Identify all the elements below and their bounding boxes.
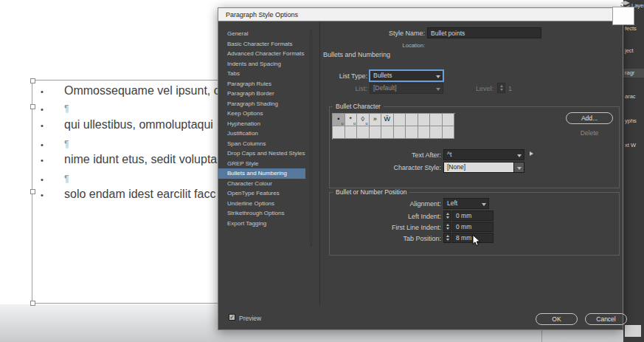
sidebar-item-tabs[interactable]: Tabs <box>218 69 305 79</box>
bullet-glyph: • <box>41 140 44 149</box>
first-line-indent-stepper[interactable] <box>443 222 451 232</box>
location-label: Location: <box>366 42 425 49</box>
bullet-glyph-cell[interactable]: » <box>370 114 382 126</box>
character-style-dropdown[interactable]: [None] <box>443 162 524 173</box>
left-indent-stepper[interactable] <box>443 211 451 221</box>
dropdown-arrow-segment[interactable] <box>513 163 524 172</box>
panel-title: Bullets and Numbering <box>323 51 390 58</box>
sidebar-item-grep-style[interactable]: GREP Style <box>218 159 305 169</box>
sidebar-item-keep-options[interactable]: Keep Options <box>218 109 305 119</box>
sidebar-item-paragraph-shading[interactable]: Paragraph Shading <box>218 99 305 109</box>
bullet-glyph-cell-empty[interactable] <box>443 126 455 139</box>
bullet-glyph-cell-empty[interactable] <box>406 126 418 139</box>
add-button[interactable]: Add... <box>566 112 613 124</box>
level-label: Level: <box>458 85 494 92</box>
sidebar-item-paragraph-rules[interactable]: Paragraph Rules <box>218 79 305 89</box>
delete-button: Delete <box>566 127 613 139</box>
doc-line: • ¶ <box>32 102 218 117</box>
bullet-glyph-cell-empty[interactable] <box>345 126 358 139</box>
level-stepper <box>497 83 505 93</box>
paragraph-style-options-dialog: Paragraph Style Options General Basic Ch… <box>218 7 623 330</box>
cancel-button[interactable]: Cancel <box>585 313 627 325</box>
alignment-dropdown[interactable]: Left <box>443 198 489 209</box>
sidebar-item-basic-character-formats[interactable]: Basic Character Formats <box>218 39 305 49</box>
preview-label: Preview <box>239 315 261 322</box>
sidebar-item-bullets-and-numbering[interactable]: Bullets and Numbering <box>218 168 305 179</box>
sidebar-scrollbar[interactable] <box>310 30 312 246</box>
list-dropdown: [Default] <box>370 83 443 94</box>
bullet-glyph-cell-empty[interactable] <box>394 126 406 139</box>
bullet-character-title: Bullet Character <box>333 103 384 110</box>
dock-item-character-styles[interactable]: arac <box>625 92 644 101</box>
bullet-glyph-cell-empty[interactable] <box>443 114 455 126</box>
text-after-combo[interactable]: ^t <box>443 149 524 160</box>
ok-button[interactable]: OK <box>536 313 578 325</box>
style-name-label: Style Name: <box>351 30 425 37</box>
doc-line: • Ommossequame vel ipsunt, o <box>32 84 218 99</box>
first-line-indent-input[interactable]: 0 mm <box>452 222 494 232</box>
bullet-glyph: • <box>41 87 44 96</box>
first-line-indent-label: First Line Indent: <box>373 224 441 231</box>
style-name-input[interactable] <box>427 27 541 38</box>
doc-line: • solo endam idest earcilit facc <box>32 188 218 202</box>
sidebar-item-strikethrough-options[interactable]: Strikethrough Options <box>218 208 305 219</box>
alignment-label: Alignment: <box>381 200 441 208</box>
sidebar-item-underline-options[interactable]: Underline Options <box>218 199 305 209</box>
left-indent-input[interactable]: 0 mm <box>452 211 494 221</box>
sidebar-item-opentype-features[interactable]: OpenType Features <box>218 188 305 199</box>
list-type-label: List Type: <box>314 72 367 80</box>
bullet-glyph-cell-empty[interactable] <box>430 126 443 139</box>
bullet-glyph-cell[interactable]: Ẅ <box>381 114 394 126</box>
pilcrow-mark: ¶ <box>64 139 69 149</box>
dock-item-text-wrap[interactable]: xt W <box>625 141 644 150</box>
bullet-glyph-cell-empty[interactable] <box>370 126 382 139</box>
bullet-glyph-cell-empty[interactable] <box>418 126 431 139</box>
bullet-glyph-cell-empty[interactable] <box>394 114 406 126</box>
floating-swatch-panel <box>612 7 634 25</box>
sidebar-item-indents-and-spacing[interactable]: Indents and Spacing <box>218 59 305 69</box>
bullet-glyph-cell[interactable]: * u <box>345 114 358 126</box>
preview-checkbox[interactable]: ✓ <box>229 314 235 321</box>
bullet-glyph-cell-empty[interactable] <box>418 114 431 126</box>
frame-handle[interactable] <box>30 78 35 83</box>
bullet-glyph-cell-empty[interactable] <box>430 114 443 126</box>
unicode-marker: u <box>353 121 356 126</box>
frame-handle[interactable] <box>30 301 35 306</box>
dock-scroll-corner <box>625 325 641 337</box>
list-type-dropdown[interactable]: Bullets <box>370 70 443 81</box>
doc-line: • ¶ <box>32 172 218 187</box>
bullet-glyph-cell-empty[interactable] <box>381 126 394 139</box>
bullet-glyph-cell[interactable]: ◊ u <box>357 114 370 126</box>
tab-position-stepper[interactable] <box>443 233 451 243</box>
bullet-glyph-cell[interactable]: • u <box>333 114 345 126</box>
bullet-glyph-cell-empty[interactable] <box>333 126 345 139</box>
sidebar-item-span-columns[interactable]: Span Columns <box>218 139 305 149</box>
pilcrow-mark: ¶ <box>64 174 69 184</box>
sidebar-item-paragraph-border[interactable]: Paragraph Border <box>218 89 305 99</box>
chevron-down-icon <box>517 167 522 170</box>
sidebar-item-hyphenation[interactable]: Hyphenation <box>218 119 305 129</box>
sidebar-item-export-tagging[interactable]: Export Tagging <box>218 219 305 229</box>
character-style-label: Character Style: <box>381 164 441 171</box>
bullet-position-title: Bullet or Number Position <box>333 188 409 196</box>
bullet-glyph-cell-empty[interactable] <box>406 114 418 126</box>
dialog-titlebar[interactable]: Paragraph Style Options <box>218 8 623 21</box>
chevron-down-icon <box>436 75 440 78</box>
mouse-cursor <box>472 234 481 247</box>
bullet-glyph-cell-empty[interactable] <box>357 126 370 139</box>
text-after-flyout-icon[interactable] <box>530 151 533 156</box>
page-edge <box>541 330 542 342</box>
sidebar-item-drop-caps-and-nested-styles[interactable]: Drop Caps and Nested Styles <box>218 148 305 159</box>
sidebar-item-advanced-character-formats[interactable]: Advanced Character Formats <box>218 49 305 59</box>
dialog-title: Paragraph Style Options <box>226 11 298 18</box>
sidebar-item-character-colour[interactable]: Character Colour <box>218 179 305 189</box>
dock-item-object-styles[interactable]: ject <box>625 47 644 55</box>
dock-item-glyphs[interactable]: yphs <box>625 117 644 126</box>
check-icon: ✓ <box>229 314 235 321</box>
sidebar-item-general[interactable]: General <box>218 29 305 39</box>
bullet-glyph-grid: • u * u ◊ u » Ẅ <box>332 113 455 140</box>
dock-item-effects[interactable]: fects <box>625 24 644 33</box>
dock-item-paragraph-styles[interactable]: ragr <box>623 69 644 78</box>
sidebar-item-justification[interactable]: Justification <box>218 129 305 139</box>
unicode-marker: u <box>365 121 367 126</box>
